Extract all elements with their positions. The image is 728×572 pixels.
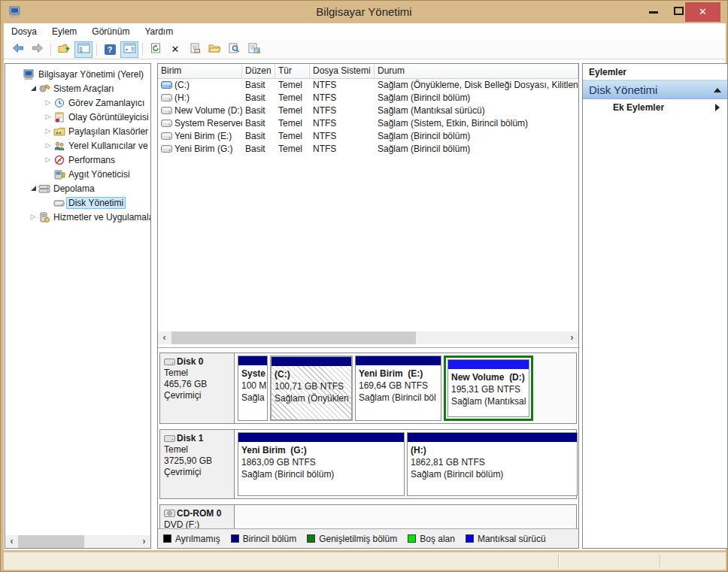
collapsed-icon[interactable]: ▷ (43, 113, 53, 120)
column-header-dosya-sistemi[interactable]: Dosya Sistemi (310, 64, 375, 78)
menu-gorunum[interactable]: Görünüm (84, 23, 137, 40)
show-console-tree-button[interactable] (74, 41, 93, 58)
tree-item-disk-yonetimi[interactable]: Disk Yönetimi (5, 195, 150, 210)
chevron-up-icon[interactable] (714, 88, 721, 92)
back-button[interactable] (9, 41, 27, 58)
delete-button[interactable]: ✕ (166, 41, 184, 58)
collapsed-icon[interactable]: ▷ (43, 142, 53, 149)
legend-item-logical: Mantıksal sürücü (466, 534, 546, 544)
expanded-icon[interactable] (28, 186, 38, 191)
volume-list-horizontal-scrollbar[interactable]: ‹ › (158, 331, 578, 344)
scroll-left-icon[interactable]: ‹ (158, 331, 171, 344)
tree-item-paylasilan-klasorler[interactable]: ▷ Paylaşılan Klasörler (5, 124, 150, 138)
scroll-right-icon[interactable]: › (138, 535, 150, 548)
collapsed-icon[interactable]: ▷ (28, 213, 38, 220)
tree-item-sistem-araclari[interactable]: Sistem Araçları (5, 81, 150, 95)
show-action-pane-button[interactable] (120, 41, 138, 58)
scroll-right-icon[interactable]: › (566, 331, 578, 344)
partition-d[interactable]: New Volume (D:)195,31 GB NTFSSağlam (Man… (447, 359, 529, 417)
find-button[interactable] (225, 41, 243, 58)
properties-button[interactable] (186, 41, 204, 58)
disk1-info[interactable]: Disk 1 Temel 3725,90 GB Çevrimiçi (160, 430, 235, 498)
disk0-info[interactable]: Disk 0 Temel 465,76 GB Çevrimiçi (160, 353, 235, 423)
legend-swatch (408, 534, 416, 543)
open-button[interactable] (205, 41, 223, 58)
cdrom-info[interactable]: CD-ROM 0 DVD (F:) Medya Yok (160, 505, 235, 528)
scrollbar-track[interactable] (171, 331, 566, 344)
partition-c-selected[interactable]: (C:)100,71 GB NTFSSağlam (Önyüklen (270, 356, 353, 421)
tree-item-yerel-kullanicilar[interactable]: ▷ Yerel Kullanıcılar ve Gru (5, 138, 150, 153)
tree-horizontal-scrollbar[interactable]: ‹ › (5, 535, 150, 548)
partition-system-reserved[interactable]: Syste100 MSağla (238, 356, 268, 421)
refresh-button[interactable] (147, 41, 165, 58)
column-header-duzen[interactable]: Düzen (242, 64, 275, 78)
toolbar-separator (142, 44, 143, 56)
tree-item-aygit-yoneticisi[interactable]: Aygıt Yöneticisi (5, 167, 150, 181)
console-tree-icon (77, 43, 90, 56)
disk-icon (164, 356, 177, 367)
expanded-icon[interactable] (28, 86, 38, 91)
volume-row-e[interactable]: Yeni Birim (E:) Basit Temel NTFS Sağlam … (158, 130, 578, 143)
forward-icon (32, 43, 44, 56)
client-area: Bilgisayar Yönetimi (Yerel) Sistem Araçl… (4, 59, 726, 550)
scrollbar-thumb[interactable] (18, 535, 84, 548)
volume-type: Temel (275, 130, 310, 143)
volume-list: (C:) Basit Temel NTFS Sağlam (Önyükleme,… (158, 79, 578, 156)
partition-color-bar (238, 433, 404, 442)
disk-size: 3725,90 GB (164, 455, 230, 467)
forward-button[interactable] (29, 41, 47, 58)
legend-item-extended: Genişletilmiş bölüm (307, 534, 397, 544)
toolbar: ? ✕ (4, 40, 726, 59)
column-header-durum[interactable]: Durum (375, 64, 578, 78)
close-button[interactable]: ✕ (685, 2, 720, 22)
tree-item-gorev-zamanlayici[interactable]: ▷ Görev Zamanlayıcı (5, 95, 150, 110)
help-button[interactable]: ? (101, 41, 119, 58)
tree-item-depolama[interactable]: Depolama (5, 181, 150, 195)
action-item-ek-eylemler[interactable]: Ek Eylemler (583, 99, 727, 116)
partition-e[interactable]: Yeni Birim (E:)169,64 GB NTFSSağlam (Bir… (355, 356, 441, 421)
tree-item-performans[interactable]: ▷ Performans (5, 153, 150, 167)
export-list-button[interactable] (244, 41, 262, 58)
collapsed-icon[interactable]: ▷ (43, 128, 53, 135)
minimize-button[interactable] (649, 11, 658, 14)
actions-group-disk-yonetimi[interactable]: Disk Yönetimi (583, 80, 727, 99)
tree-item-bilgisayar-yonetimi[interactable]: Bilgisayar Yönetimi (Yerel) (5, 67, 150, 81)
volume-status: Sağlam (Mantıksal sürücü) (375, 104, 488, 117)
volume-drive-icon (161, 80, 174, 90)
volume-row-d[interactable]: New Volume (D:) Basit Temel NTFS Sağlam … (158, 104, 578, 117)
volume-name: System Reserved (174, 118, 242, 129)
column-header-tur[interactable]: Tür (275, 64, 310, 78)
maximize-button[interactable] (674, 7, 684, 15)
volume-fs: NTFS (310, 79, 375, 92)
chevron-right-icon (715, 104, 720, 111)
collapsed-icon[interactable]: ▷ (43, 156, 53, 163)
volume-row-h[interactable]: (H:) Basit Temel NTFS Sağlam (Birincil b… (158, 92, 578, 104)
export-list-icon (247, 43, 260, 56)
volume-name: Yeni Birim (G:) (174, 144, 233, 154)
scrollbar-track[interactable] (18, 535, 138, 548)
collapsed-icon[interactable]: ▷ (43, 99, 53, 106)
up-one-level-button[interactable] (55, 41, 73, 58)
menu-dosya[interactable]: Dosya (4, 23, 44, 40)
volume-row-g[interactable]: Yeni Birim (G:) Basit Temel NTFS Sağlam … (158, 143, 578, 156)
status-bar (4, 552, 726, 570)
disk1-row: Disk 1 Temel 3725,90 GB Çevrimiçi Yeni B… (159, 429, 577, 499)
cdrom-name: CD-ROM 0 (177, 508, 221, 519)
scroll-left-icon[interactable]: ‹ (5, 535, 18, 548)
tree-item-olay-goruntuleyicisi[interactable]: ▷ Olay Görüntüleyicisi (5, 110, 150, 124)
partition-color-bar (448, 360, 529, 369)
disk1-partitions: Yeni Birim (G:)1863,09 GB NTFSSağlam (Bi… (235, 430, 578, 498)
tree-item-hizmetler[interactable]: ▷ Hizmetler ve Uygulamalar (5, 210, 150, 224)
partition-h[interactable]: (H:)1862,81 GB NTFSSağlam (Birincil bölü… (407, 432, 578, 496)
title-bar[interactable]: Bilgisayar Yönetimi ✕ (1, 1, 727, 23)
menu-yardim[interactable]: Yardım (137, 23, 180, 40)
menu-eylem[interactable]: Eylem (44, 23, 84, 40)
volume-row-c[interactable]: (C:) Basit Temel NTFS Sağlam (Önyükleme,… (158, 79, 578, 92)
column-header-birim[interactable]: Birim (158, 64, 242, 78)
volume-layout: Basit (242, 143, 275, 156)
partition-color-bar (238, 356, 267, 365)
disk-name: Disk 0 (177, 356, 203, 367)
scrollbar-thumb[interactable] (171, 331, 416, 344)
partition-g[interactable]: Yeni Birim (G:)1863,09 GB NTFSSağlam (Bi… (238, 432, 405, 496)
volume-row-system-reserved[interactable]: System Reserved Basit Temel NTFS Sağlam … (158, 117, 578, 130)
